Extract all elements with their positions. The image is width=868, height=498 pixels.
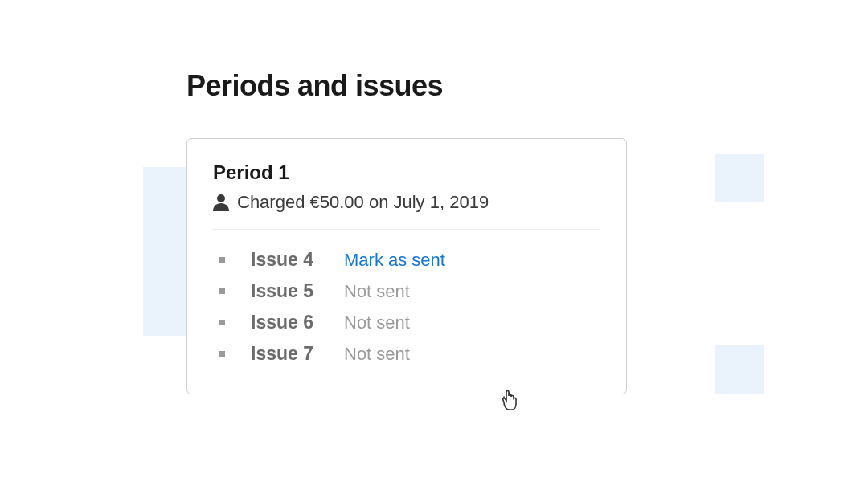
page-title: Periods and issues: [186, 69, 627, 103]
issue-row: Issue 7 Not sent: [219, 338, 600, 369]
charged-row: Charged €50.00 on July 1, 2019: [213, 192, 600, 230]
issue-row: Issue 5 Not sent: [219, 276, 600, 307]
bullet-icon: [219, 351, 225, 357]
decorative-block-left: [143, 167, 191, 336]
issue-label: Issue 5: [251, 280, 330, 302]
charged-text: Charged €50.00 on July 1, 2019: [237, 192, 489, 213]
issue-status: Not sent: [344, 281, 410, 302]
bullet-icon: [219, 320, 225, 325]
mark-as-sent-link[interactable]: Mark as sent: [344, 250, 445, 271]
issue-row: Issue 6 Not sent: [219, 307, 600, 338]
issue-label: Issue 4: [251, 249, 330, 271]
svg-point-0: [217, 194, 225, 202]
period-title: Period 1: [213, 161, 600, 184]
bullet-icon: [219, 257, 225, 263]
decorative-block-right-top: [715, 154, 764, 202]
cursor-pointer-icon: [501, 389, 520, 411]
period-card: Period 1 Charged €50.00 on July 1, 2019 …: [186, 138, 627, 394]
issue-status: Not sent: [344, 344, 410, 365]
issue-status: Not sent: [344, 312, 410, 333]
issue-label: Issue 7: [251, 343, 330, 365]
issue-label: Issue 6: [251, 312, 330, 333]
issue-row: Issue 4 Mark as sent: [219, 244, 600, 276]
bullet-icon: [219, 288, 225, 294]
decorative-block-right-bottom: [715, 345, 764, 394]
main-container: Periods and issues Period 1 Charged €50.…: [186, 69, 627, 394]
person-icon: [213, 194, 229, 211]
issue-list: Issue 4 Mark as sent Issue 5 Not sent Is…: [213, 244, 600, 369]
